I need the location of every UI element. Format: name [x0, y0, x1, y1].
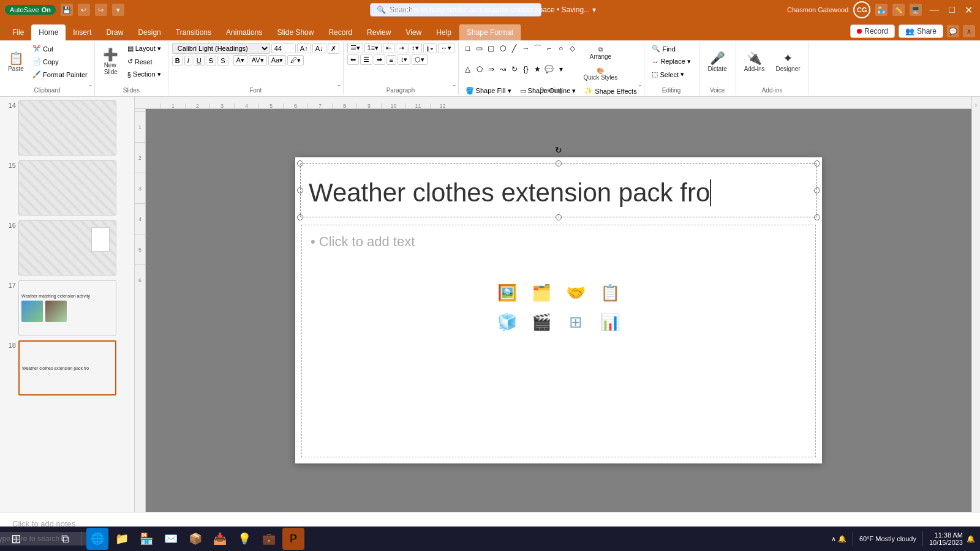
tab-review[interactable]: Review — [360, 24, 398, 40]
title-textbox[interactable]: Weather clothes extension pack fro — [301, 168, 816, 217]
insert-online-pic-icon[interactable]: 🗂️ — [529, 280, 554, 305]
change-case-btn[interactable]: Aa▾ — [268, 55, 286, 66]
shape-parallelogram[interactable]: ⬡ — [497, 43, 508, 54]
notification-btn[interactable]: 🔔 — [967, 535, 975, 543]
tab-help[interactable]: Help — [429, 24, 459, 40]
insert-table-icon[interactable]: ⊞ — [564, 310, 588, 334]
insert-chart-icon[interactable]: 📊 — [598, 310, 622, 334]
slide-thumb-17[interactable]: 17 Weather matching extension activity — [2, 279, 132, 337]
dropdown-icon[interactable]: ▾ — [592, 6, 596, 14]
slide-img-16[interactable] — [18, 220, 116, 276]
italic-btn[interactable]: I — [184, 56, 192, 66]
autosave-toggle[interactable]: AutoSave On — [5, 5, 56, 15]
tab-view[interactable]: View — [398, 24, 429, 40]
shadow-btn[interactable]: S — [217, 56, 228, 66]
font-color-btn[interactable]: A▾ — [233, 55, 247, 66]
insert-icon-icon[interactable]: 🤝 — [564, 280, 588, 305]
bold-btn[interactable]: B — [172, 56, 183, 66]
shape-rect[interactable]: □ — [462, 43, 473, 54]
increase-indent-btn[interactable]: ⇥ — [396, 43, 407, 53]
cut-button[interactable]: ✂️Cut — [29, 43, 91, 54]
quick-styles-button[interactable]: 🎨 Quick Styles — [579, 64, 622, 84]
screen-icon[interactable]: 🖥️ — [910, 4, 922, 16]
shape-line[interactable]: ╱ — [509, 43, 520, 54]
addins-button[interactable]: 🔌 Add-ins — [740, 43, 769, 80]
content-textbox[interactable]: • Click to add text 🖼️ 🗂️ 🤝 📋 🧊 🎬 — [301, 225, 816, 457]
underline-btn[interactable]: U — [194, 56, 205, 66]
insert-video-icon[interactable]: 🎬 — [529, 310, 554, 334]
comments-icon[interactable]: 💬 — [947, 25, 959, 37]
tab-insert[interactable]: Insert — [66, 24, 99, 40]
replace-button[interactable]: ↔️ Replace ▾ — [649, 56, 693, 67]
insert-smartart-icon[interactable]: 📋 — [598, 280, 622, 305]
shape-curved2[interactable]: ↝ — [497, 64, 508, 75]
ribbon-collapse-icon[interactable]: ∧ — [963, 25, 975, 37]
shape-fill-button[interactable]: 🪣 Shape Fill ▾ — [462, 85, 514, 97]
slide-img-17[interactable]: Weather matching extension activity — [18, 280, 116, 335]
shape-loop[interactable]: ↻ — [509, 64, 520, 75]
shape-star[interactable]: ★ — [532, 64, 543, 75]
tab-draw[interactable]: Draw — [99, 24, 130, 40]
task-view-btn[interactable]: ⧉ — [54, 528, 76, 550]
tab-transitions[interactable]: Transitions — [168, 24, 219, 40]
undo-icon[interactable]: ↩ — [78, 4, 90, 16]
redo-icon[interactable]: ↪ — [95, 4, 107, 16]
dictate-button[interactable]: 🎤 Dictate — [704, 43, 731, 80]
shape-curly[interactable]: {} — [521, 64, 532, 75]
font-family-select[interactable]: Calibri Light (Headings) — [172, 43, 270, 54]
mail-btn[interactable]: ✉️ — [160, 528, 182, 550]
teams-btn[interactable]: 💼 — [258, 528, 280, 550]
shape-effects-button[interactable]: ✨ Shape Effects — [581, 85, 639, 97]
align-right-btn[interactable]: ➡ — [374, 54, 385, 65]
align-center-btn[interactable]: ☰ — [360, 54, 372, 65]
shape-pentagon[interactable]: ⬠ — [474, 64, 485, 75]
bullets-btn[interactable]: ☰▾ — [347, 43, 363, 53]
strikethrough-btn[interactable]: S — [206, 56, 216, 66]
smartart-btn[interactable]: ⬡▾ — [412, 54, 428, 65]
tab-home[interactable]: Home — [31, 24, 66, 40]
text-dir-btn[interactable]: ↔▾ — [438, 43, 454, 53]
numbering-btn[interactable]: 1≡▾ — [364, 43, 382, 53]
font-size-input[interactable] — [271, 43, 296, 53]
shape-arrow[interactable]: → — [521, 43, 532, 54]
slide-thumb-16[interactable]: 16 — [2, 219, 132, 277]
slide-img-18[interactable]: Weather clothes extension pack fro — [18, 340, 116, 395]
tab-shape-format[interactable]: Shape Format — [459, 24, 521, 40]
shape-arrow2[interactable]: ⇒ — [486, 64, 497, 75]
slide-thumb-14[interactable]: 14 — [2, 99, 132, 157]
align-left-btn[interactable]: ⬅ — [347, 54, 359, 65]
taskbar-search-input[interactable] — [0, 532, 94, 545]
user-avatar[interactable]: CG — [853, 1, 870, 18]
amazon-btn[interactable]: 📦 — [184, 528, 206, 550]
maximize-btn[interactable]: □ — [946, 4, 957, 15]
tab-file[interactable]: File — [5, 24, 31, 40]
customize-icon[interactable]: ▾ — [112, 4, 124, 16]
shape-more[interactable]: ▾ — [556, 64, 567, 75]
slide-img-15[interactable] — [18, 160, 116, 216]
highlight-btn[interactable]: 🖊▾ — [287, 55, 304, 66]
search-taskbar-btn[interactable] — [29, 528, 51, 550]
slide-thumb-18[interactable]: 18 Weather clothes extension pack fro — [2, 339, 132, 397]
shape-triangle[interactable]: △ — [462, 64, 473, 75]
decrease-indent-btn[interactable]: ⇤ — [383, 43, 394, 53]
rotation-handle[interactable]: ↻ — [555, 145, 562, 155]
pen-icon[interactable]: ✏️ — [892, 4, 905, 16]
app-btn[interactable]: 💡 — [233, 528, 255, 550]
minimize-btn[interactable]: — — [927, 4, 941, 15]
justify-btn[interactable]: ≡ — [386, 55, 396, 65]
decrease-font-btn[interactable]: A↓ — [312, 43, 326, 53]
shape-curved[interactable]: ⌒ — [532, 43, 543, 54]
clipboard-expand-icon[interactable]: ⌄ — [88, 81, 93, 88]
insert-3d-icon[interactable]: 🧊 — [495, 310, 519, 334]
shape-elbow[interactable]: ⌐ — [544, 43, 555, 54]
columns-btn[interactable]: ⫿▾ — [423, 43, 437, 53]
slide-canvas-wrapper[interactable]: ↻ Weather clothes extension pack fro • C… — [146, 109, 971, 512]
shape-rect2[interactable]: ▭ — [474, 43, 485, 54]
shape-round-rect[interactable]: ▢ — [486, 43, 497, 54]
font-expand-icon[interactable]: ⌄ — [337, 81, 342, 88]
share-button[interactable]: 👥 Share — [899, 24, 943, 38]
microsoft-store-icon[interactable]: 🏪 — [875, 4, 888, 16]
save-icon[interactable]: 💾 — [61, 4, 73, 16]
close-btn[interactable]: ✕ — [962, 4, 975, 16]
tab-design[interactable]: Design — [130, 24, 168, 40]
